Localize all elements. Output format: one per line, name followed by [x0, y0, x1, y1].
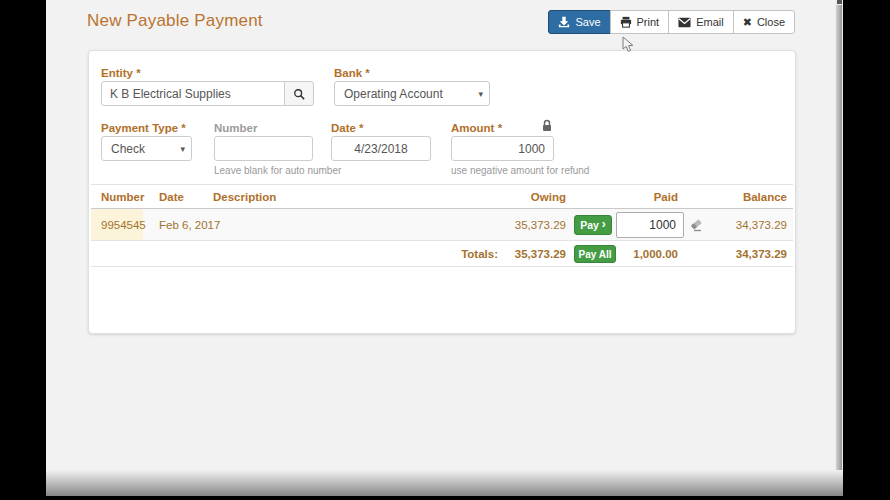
pay-button-label: Pay	[580, 219, 599, 231]
email-button-label: Email	[696, 16, 724, 28]
number-helper-text: Leave blank for auto number	[214, 165, 341, 176]
print-button-label: Print	[637, 16, 660, 28]
eraser-icon[interactable]	[689, 217, 705, 233]
table-totals-row: Totals: 35,373.29 Pay All 1,000.00 34,37…	[91, 241, 793, 267]
email-button[interactable]: Email	[668, 10, 734, 34]
table-header-row: Number Date Description Owing Paid Balan…	[91, 184, 793, 209]
chevron-down-icon: ▾	[180, 143, 185, 153]
header-number: Number	[101, 185, 144, 208]
header-paid: Paid	[654, 185, 678, 208]
entity-input[interactable]	[101, 81, 285, 106]
envelope-icon	[678, 17, 691, 28]
number-input[interactable]	[214, 136, 313, 161]
save-icon	[558, 16, 570, 28]
app-window: New Payable Payment Save Print	[46, 0, 843, 496]
close-icon: ✖	[743, 17, 752, 28]
toolbar: Save Print Email ✖ Close	[548, 10, 795, 34]
row-balance: 34,373.29	[736, 209, 787, 240]
vertical-scrollbar[interactable]	[835, 0, 843, 496]
entity-search-button[interactable]	[284, 81, 314, 106]
date-label: Date *	[331, 122, 364, 134]
bottom-fade	[46, 470, 843, 496]
scrollbar-up-button[interactable]	[837, 0, 842, 4]
table-row: 9954545 Feb 6, 2017 35,373.29 Pay ›	[91, 209, 793, 241]
chevron-down-icon: ▾	[478, 88, 483, 98]
page-title: New Payable Payment	[87, 11, 263, 31]
header-owing: Owing	[531, 185, 566, 208]
close-button-label: Close	[757, 16, 785, 28]
totals-paid: 1,000.00	[633, 241, 678, 266]
row-owing: 35,373.29	[515, 209, 566, 240]
row-date: Feb 6, 2017	[159, 209, 220, 240]
payment-form-card: Entity * Bank * Operating Account ▾ Paym…	[88, 50, 796, 334]
amount-helper-text: use negative amount for refund	[451, 165, 589, 176]
totals-label: Totals:	[461, 241, 498, 266]
save-button-label: Save	[575, 16, 600, 28]
amount-label: Amount *	[451, 122, 502, 134]
header-balance: Balance	[743, 185, 787, 208]
bank-select-value: Operating Account	[344, 87, 443, 101]
printer-icon	[620, 16, 632, 28]
paid-amount-input[interactable]	[616, 212, 684, 238]
search-icon	[293, 88, 305, 100]
header-date: Date	[159, 185, 184, 208]
pay-all-button-label: Pay All	[579, 249, 612, 260]
amount-input[interactable]	[451, 136, 554, 161]
payables-table: Number Date Description Owing Paid Balan…	[91, 184, 793, 267]
save-button[interactable]: Save	[548, 10, 610, 34]
bank-select[interactable]: Operating Account ▾	[334, 81, 490, 106]
scrollbar-thumb[interactable]	[836, 5, 842, 488]
number-label: Number	[214, 122, 257, 134]
print-button[interactable]: Print	[610, 10, 670, 34]
payment-type-label: Payment Type *	[101, 122, 186, 134]
payment-type-select[interactable]: Check ▾	[101, 136, 192, 161]
close-button[interactable]: ✖ Close	[733, 10, 795, 34]
totals-balance: 34,373.29	[736, 241, 787, 266]
lock-icon	[541, 119, 553, 132]
bank-label: Bank *	[334, 67, 370, 79]
pay-all-button[interactable]: Pay All	[574, 245, 616, 263]
totals-owing: 35,373.29	[515, 241, 566, 266]
date-input[interactable]	[331, 136, 431, 161]
payment-type-value: Check	[111, 142, 145, 156]
pay-button[interactable]: Pay ›	[574, 215, 612, 235]
header-description: Description	[213, 185, 276, 208]
mouse-cursor-icon	[622, 36, 635, 53]
row-number: 9954545	[101, 209, 146, 240]
entity-label: Entity *	[101, 67, 141, 79]
